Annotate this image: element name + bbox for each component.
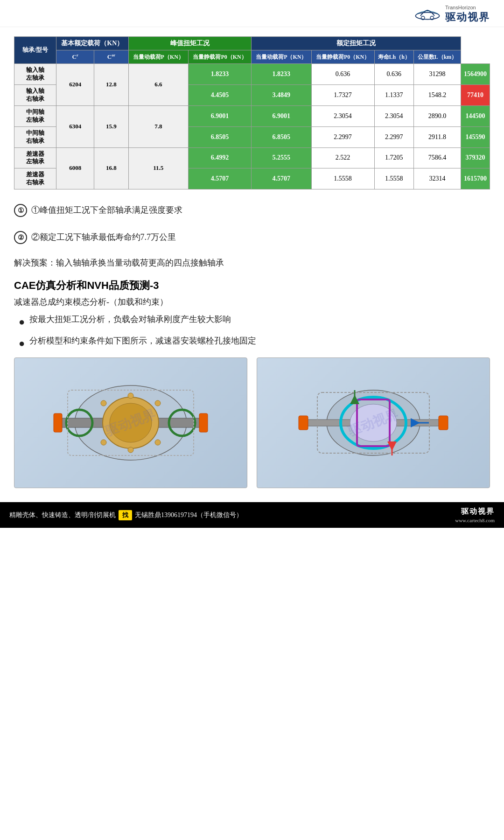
model-6008: 6008 — [56, 147, 94, 189]
peak-dyn-1b: 4.4505 — [189, 85, 252, 106]
cr-6204: 12.8 — [94, 64, 128, 106]
col-cor: Cor — [94, 50, 128, 64]
col-life: 寿命Lh（h） — [374, 50, 413, 64]
resolve-text: 解决预案：输入轴轴承换当量动载荷更高的四点接触轴承 — [14, 255, 490, 270]
bearing-name-1b: 输入轴右轴承 — [14, 85, 56, 106]
cor-6304: 7.8 — [128, 105, 188, 147]
header: TransHorizon 驱动视界 — [0, 0, 504, 27]
rated-sta-3b: 1.5558 — [374, 168, 413, 189]
peak-sta-1b: 3.4849 — [252, 85, 311, 106]
peak-dyn-2b: 6.8505 — [189, 126, 252, 147]
km-3a: 379320 — [461, 147, 490, 168]
bullet-list: ● 按最大扭矩工况分析，负载会对轴承刚度产生较大影响 ● 分析模型和约束条件如下… — [19, 312, 490, 352]
model-6204: 6204 — [56, 64, 94, 106]
peak-dyn-1a: 1.8233 — [189, 64, 252, 85]
rated-dyn-3b: 1.5558 — [311, 168, 374, 189]
cr-6008: 16.8 — [94, 147, 128, 189]
bearing-name-2a: 中间轴左轴承 — [14, 105, 56, 126]
cr-6304: 15.9 — [94, 105, 128, 147]
circle-1: ① — [14, 204, 27, 217]
gearbox-svg-right — [285, 362, 462, 483]
svg-point-14 — [101, 400, 106, 406]
table-row: 中间轴左轴承 6304 15.9 7.8 6.9001 6.9001 2.305… — [14, 105, 490, 126]
gearbox-image-right: 驱动视界 — [257, 357, 490, 488]
images-row: 驱动视界 — [14, 357, 490, 488]
col-peak-dyn: 当量动载荷P（KN） — [128, 50, 188, 64]
svg-point-17 — [155, 440, 161, 445]
life-1b: 1548.2 — [413, 85, 461, 106]
bullet-dot-2: ● — [19, 335, 25, 352]
footer-contact: 无锡胜鼎13906197194（手机微信号） — [135, 511, 243, 519]
transhorizon-logo-icon — [413, 6, 441, 23]
col-km: 公里数L（km） — [413, 50, 461, 64]
section-title: CAE仿真分析和NVH品质预测-3 — [14, 279, 490, 293]
km-2b: 145590 — [461, 126, 490, 147]
col-rated-sta: 当量静载荷P0（KN） — [311, 50, 374, 64]
rated-dyn-3a: 2.522 — [311, 147, 374, 168]
bullet-item-2: ● 分析模型和约束条件如下图所示，减速器安装螺栓孔接地固定 — [19, 334, 490, 352]
footer-tag: 找 — [119, 510, 132, 520]
rated-dyn-2b: 2.2997 — [311, 126, 374, 147]
logo-area: TransHorizon 驱动视界 — [413, 5, 490, 24]
table-row: 差速器左轴承 6008 16.8 11.5 6.4992 5.2555 2.52… — [14, 147, 490, 168]
km-2a: 144500 — [461, 105, 490, 126]
svg-point-13 — [128, 447, 133, 453]
cor-6008: 11.5 — [128, 147, 188, 189]
circle-2: ② — [14, 231, 27, 244]
footer-left: 精雕壳体、快速铸造、透明/剖切展机 找 无锡胜鼎13906197194（手机微信… — [9, 510, 243, 520]
col-rated-dyn: 当量动载荷P（KN） — [252, 50, 311, 64]
km-1b: 77410 — [461, 85, 490, 106]
peak-sta-2a: 6.9001 — [252, 105, 311, 126]
peak-dyn-3b: 4.5707 — [189, 168, 252, 189]
rated-sta-3a: 1.7205 — [374, 147, 413, 168]
footer-services: 精雕壳体、快速铸造、透明/剖切展机 — [9, 511, 116, 519]
svg-point-12 — [128, 393, 133, 399]
note-1-text: ①峰值扭矩工况下全部轴承满足强度要求 — [31, 205, 182, 215]
peak-dyn-2a: 6.9001 — [189, 105, 252, 126]
bearing-table: 轴承/型号 基本额定载荷（KN） 峰值扭矩工况 额定扭矩工况 Cr Cor 当量… — [14, 36, 490, 189]
svg-rect-29 — [299, 416, 308, 430]
life-2b: 2911.8 — [413, 126, 461, 147]
svg-point-15 — [155, 400, 161, 406]
life-2a: 2890.0 — [413, 105, 461, 126]
gearbox-svg-left — [42, 362, 219, 483]
footer-brand: 驱动视界 — [461, 507, 495, 517]
gearbox-image-left: 驱动视界 — [14, 357, 247, 488]
note-2-text: ②额定工况下轴承最低寿命约7.7万公里 — [31, 232, 176, 242]
cor-6204: 6.6 — [128, 64, 188, 106]
peak-sta-3b: 4.5707 — [252, 168, 311, 189]
life-3a: 7586.4 — [413, 147, 461, 168]
col-peak-sta: 当量静载荷P0（KN） — [189, 50, 252, 64]
footer-url: www.cartech8.com — [455, 518, 495, 523]
life-1a: 31298 — [413, 64, 461, 85]
col-rated-torque: 额定扭矩工况 — [252, 37, 461, 50]
logo-sub-text: TransHorizon — [445, 5, 490, 10]
bearing-name-3a: 差速器左轴承 — [14, 147, 56, 168]
rated-sta-1a: 0.636 — [374, 64, 413, 85]
bullet-text-2: 分析模型和约束条件如下图所示，减速器安装螺栓孔接地固定 — [29, 334, 256, 348]
svg-point-16 — [101, 440, 106, 445]
svg-rect-9 — [54, 413, 62, 432]
svg-point-0 — [416, 13, 440, 20]
footer-right: 驱动视界 www.cartech8.com — [455, 507, 495, 523]
bearing-name-1a: 输入轴左轴承 — [14, 64, 56, 85]
rated-dyn-2a: 2.3054 — [311, 105, 374, 126]
peak-sta-1a: 1.8233 — [252, 64, 311, 85]
peak-dyn-3a: 6.4992 — [189, 147, 252, 168]
sub-title: 减速器总成约束模态分析-（加载和约束） — [14, 296, 490, 308]
km-3b: 1615700 — [461, 168, 490, 189]
svg-rect-30 — [439, 416, 448, 430]
rated-sta-1b: 1.1337 — [374, 85, 413, 106]
peak-sta-3a: 5.2555 — [252, 147, 311, 168]
col-cr: Cr — [56, 50, 94, 64]
model-6304: 6304 — [56, 105, 94, 147]
brand-name: 驱动视界 — [445, 10, 490, 24]
svg-point-6 — [110, 403, 152, 442]
rated-sta-2b: 2.2997 — [374, 126, 413, 147]
svg-rect-10 — [199, 413, 208, 432]
peak-sta-2b: 6.8505 — [252, 126, 311, 147]
life-3b: 32314 — [413, 168, 461, 189]
col-peak-torque: 峰值扭矩工况 — [128, 37, 252, 50]
bullet-item-1: ● 按最大扭矩工况分析，负载会对轴承刚度产生较大影响 — [19, 312, 490, 330]
rated-dyn-1b: 1.7327 — [311, 85, 374, 106]
